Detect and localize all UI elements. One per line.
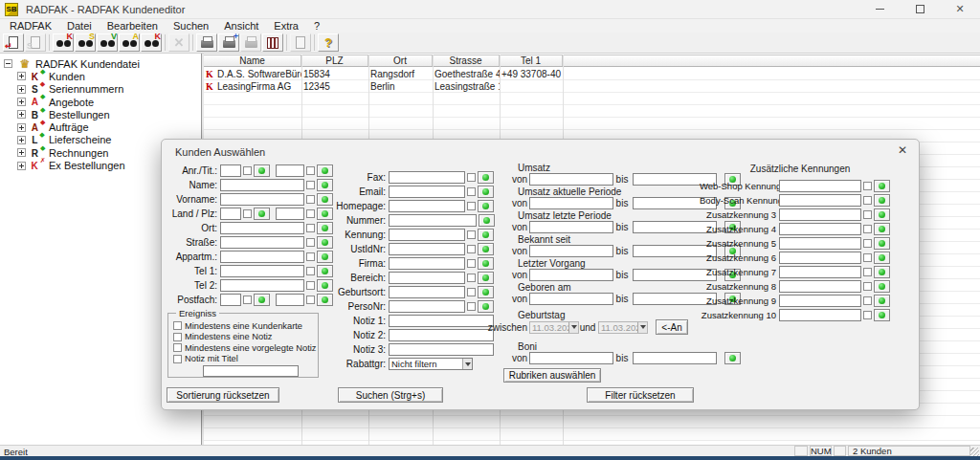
filter-checkbox[interactable] (863, 239, 872, 248)
filter-options-button[interactable] (478, 200, 494, 212)
filter-options-button[interactable] (724, 352, 741, 364)
expand-toggle-icon[interactable] (17, 72, 26, 80)
range-von-input[interactable] (529, 221, 613, 233)
toolbar-find-auftraege-button[interactable]: A (119, 33, 140, 52)
filter-text-input[interactable] (389, 214, 477, 227)
filter-text-input[interactable] (779, 180, 861, 192)
menu-radfak[interactable]: RADFAK (2, 19, 59, 33)
toolbar-delete-button[interactable]: ✕ (168, 33, 189, 52)
toolbar-find-ex-kunden-button[interactable]: K (141, 33, 162, 52)
toolbar-find-vorgaenge-button[interactable]: V (97, 33, 118, 52)
filter-checkbox[interactable] (863, 253, 872, 262)
filter-checkbox[interactable] (243, 296, 252, 304)
filter-options-button[interactable] (874, 252, 890, 264)
filter-text-input[interactable] (779, 194, 861, 207)
expand-toggle-icon[interactable] (17, 123, 26, 132)
minimize-button[interactable] (859, 0, 900, 18)
filter-options-button[interactable] (874, 237, 890, 250)
expand-toggle-icon[interactable] (17, 85, 26, 94)
filter-text-input[interactable] (779, 252, 861, 264)
range-von-input[interactable] (529, 245, 613, 257)
filter-checkbox[interactable] (467, 230, 476, 239)
filter-options-button[interactable] (874, 295, 890, 307)
toolbar-help-button[interactable]: ? (318, 33, 339, 52)
menu-suchen[interactable]: Suchen (166, 19, 216, 33)
filter-checkbox[interactable] (306, 296, 315, 304)
filter-checkbox[interactable] (306, 281, 315, 290)
range-von-input[interactable] (529, 197, 613, 209)
resize-grip[interactable] (970, 448, 979, 456)
filter-text-input[interactable] (220, 265, 304, 277)
filter-options-button[interactable] (478, 272, 494, 284)
filter-text-input[interactable] (220, 251, 304, 263)
filter-checkbox[interactable] (467, 187, 476, 196)
filter-checkbox[interactable] (306, 252, 315, 261)
filter-checkbox[interactable] (306, 166, 315, 175)
birthday-date-to[interactable]: 11.03.2026 (598, 321, 648, 334)
filter-text-input[interactable] (220, 179, 304, 191)
tree-item-bestellungen[interactable]: B◆ Bestellungen (0, 108, 201, 120)
event-checkbox-row[interactable]: Mindestens eine Notiz (173, 332, 315, 343)
event-checkbox[interactable] (173, 343, 182, 352)
range-von-input[interactable] (529, 173, 613, 186)
filter-text-input[interactable] (779, 295, 861, 307)
filter-checkbox[interactable] (467, 274, 476, 282)
filter-options-button[interactable] (478, 300, 494, 313)
tree-item-kunden[interactable]: K◆ Kunden (0, 70, 201, 82)
filter-text-input[interactable] (276, 164, 304, 177)
rubriken-auswaehlen-button[interactable]: Rubriken auswählen (503, 368, 601, 383)
filter-checkbox[interactable] (306, 267, 315, 275)
filter-checkbox[interactable] (306, 224, 315, 232)
note-text-input[interactable] (389, 329, 494, 341)
sortierung-ruecksetzen-button[interactable]: Sortierung rücksetzen (167, 387, 279, 403)
column-header[interactable]: PLZ (301, 55, 368, 66)
column-header[interactable]: Ort (368, 55, 433, 66)
filter-text-input[interactable] (779, 309, 861, 321)
filter-text-input[interactable] (389, 200, 465, 212)
tree-item-angebote[interactable]: A◆ Angebote (0, 96, 201, 108)
close-button[interactable]: ✕ (940, 0, 980, 18)
expand-toggle-icon[interactable] (17, 98, 26, 106)
note-text-input[interactable] (389, 343, 494, 356)
filter-options-button[interactable] (478, 257, 494, 270)
filter-options-button[interactable] (254, 294, 270, 306)
filter-checkbox[interactable] (306, 181, 315, 189)
filter-checkbox[interactable] (306, 209, 315, 218)
filter-options-button[interactable] (478, 229, 494, 241)
birthday-an-button[interactable]: <-An (656, 319, 688, 335)
filter-checkbox[interactable] (863, 182, 872, 190)
filter-checkbox[interactable] (306, 195, 315, 204)
filter-text-input[interactable] (389, 300, 465, 313)
filter-text-input[interactable] (779, 280, 861, 293)
filter-text-input-small[interactable] (220, 294, 241, 306)
filter-checkbox[interactable] (863, 196, 872, 205)
filter-text-input[interactable] (389, 171, 465, 184)
filter-checkbox[interactable] (863, 225, 872, 233)
filter-options-button[interactable] (478, 286, 494, 298)
filter-options-button[interactable] (254, 164, 270, 177)
filter-text-input[interactable] (779, 208, 861, 221)
filter-checkbox[interactable] (863, 210, 872, 219)
filter-text-input[interactable] (779, 237, 861, 250)
filter-text-input[interactable] (276, 294, 304, 306)
toolbar-print-setup-button[interactable]: + (218, 33, 239, 52)
column-header[interactable]: Strasse (433, 55, 500, 66)
filter-text-input[interactable] (779, 266, 861, 278)
filter-text-input[interactable] (276, 208, 304, 220)
filter-options-button[interactable] (874, 266, 890, 278)
expand-toggle-icon[interactable] (17, 136, 26, 144)
toolbar-list-button[interactable] (262, 33, 283, 52)
filter-checkbox[interactable] (467, 288, 476, 296)
filter-text-input[interactable] (389, 286, 465, 298)
toolbar-report-button[interactable] (290, 33, 311, 52)
menu-extra[interactable]: Extra (266, 19, 306, 33)
tree-root[interactable]: ♛ RADFAK Kundendatei (0, 57, 201, 70)
toolbar-print-preview-button[interactable] (240, 33, 261, 52)
suchen-button[interactable]: Suchen (Strg+s) (338, 387, 443, 403)
menu-bearbeiten[interactable]: Bearbeiten (100, 19, 166, 33)
filter-text-input[interactable] (220, 193, 304, 206)
filter-checkbox[interactable] (467, 245, 476, 253)
filter-text-input[interactable] (220, 222, 304, 234)
event-checkbox-row[interactable]: Mindestens eine Kundenkarte (173, 320, 315, 332)
filter-options-button[interactable] (874, 309, 890, 321)
